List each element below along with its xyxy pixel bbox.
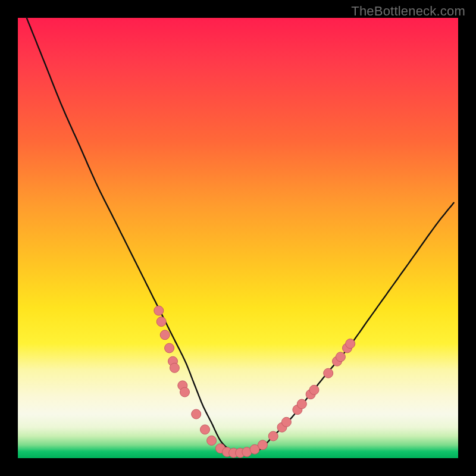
marker-dot (207, 436, 217, 445)
marker-dot (201, 425, 210, 434)
marker-dot (324, 368, 333, 378)
marker-dot (192, 409, 201, 419)
chart-frame: TheBottleneck.com (0, 0, 476, 476)
marker-dot (346, 339, 355, 349)
marker-dot (170, 363, 179, 372)
marker-dot (258, 440, 267, 450)
sample-markers (154, 306, 355, 458)
watermark-text: TheBottleneck.com (351, 4, 465, 19)
marker-dot (268, 431, 278, 441)
marker-dot (336, 352, 345, 362)
chart-svg (18, 18, 458, 458)
marker-dot (281, 417, 291, 427)
plot-area (18, 18, 458, 458)
marker-dot (160, 330, 170, 340)
marker-dot (154, 306, 164, 315)
marker-dot (180, 387, 190, 397)
marker-dot (156, 317, 166, 327)
marker-dot (297, 399, 306, 409)
bottleneck-curve (27, 18, 454, 455)
marker-dot (309, 385, 319, 394)
marker-dot (165, 343, 174, 353)
